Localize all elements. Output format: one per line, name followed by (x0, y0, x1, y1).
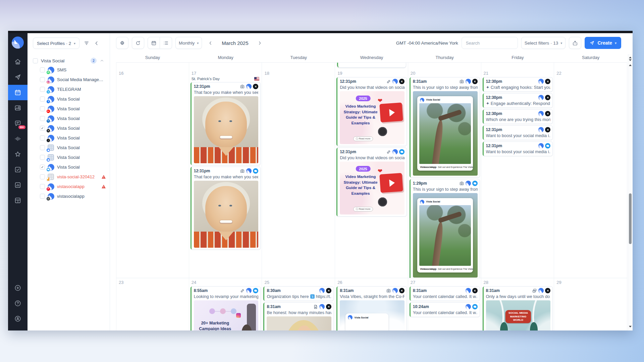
profile-row[interactable]: ▟ vista-social-320412 ! (28, 172, 110, 182)
day-cell[interactable] (408, 63, 481, 69)
profile-checkbox[interactable] (40, 116, 45, 121)
profile-row[interactable]: in Vista Social (28, 114, 110, 123)
profile-row[interactable]: @ vistasocialapp (28, 191, 110, 201)
select-filters-dropdown[interactable]: Select filters · 13 ▾ (521, 37, 566, 49)
scroll-up-icon[interactable] (629, 55, 632, 58)
event-card[interactable]: 12:31pm That face you make when you see… (191, 167, 261, 249)
event-card[interactable]: 12:31pm ✕ Want to boost your social medi… (483, 126, 553, 140)
vertical-scrollbar[interactable] (628, 54, 632, 330)
profile-row[interactable]: ♪ Vista Social (28, 133, 110, 143)
day-cell-22[interactable]: 22 (554, 69, 627, 278)
profile-checkbox[interactable] (40, 194, 45, 199)
nav-item-tasks[interactable] (8, 162, 28, 177)
view-mode-dropdown[interactable]: Monthly ▾ (175, 37, 202, 49)
profiles-filter-icon[interactable] (84, 40, 90, 46)
event-card[interactable]: 12:31pm Did you know that videos on soci… (336, 148, 407, 216)
event-card[interactable]: 12:31pm ✕ That face you make when you se… (191, 82, 261, 165)
event-card[interactable]: 12:30pm ✕ Which one are you trying this … (483, 110, 553, 124)
profile-checkbox[interactable] (40, 77, 45, 82)
list-view-button[interactable] (160, 37, 172, 49)
search-input[interactable] (462, 37, 518, 49)
profile-row[interactable]: ▦ Vista Social (28, 143, 110, 153)
day-cell-29[interactable]: 29 (554, 278, 627, 330)
event-card[interactable]: 12:31pm Want to boost your social media … (483, 142, 553, 156)
profile-checkbox[interactable] (40, 184, 45, 189)
vista-social-logo[interactable] (12, 37, 24, 49)
nav-item-plus[interactable] (8, 280, 28, 296)
nav-item-account[interactable] (8, 311, 28, 326)
nav-item-layout[interactable] (8, 193, 28, 208)
day-cell[interactable] (554, 63, 627, 69)
scrollbar-thumb[interactable] (629, 193, 632, 244)
event-card[interactable]: 8:55am Looking to revamp your marketing…… (191, 287, 261, 330)
day-cell-24[interactable]: 24 8:55am Looking to revamp your marketi… (189, 278, 262, 330)
create-button[interactable]: Create ▾ (585, 37, 621, 49)
profile-row[interactable]: Social Media Managem... (28, 75, 110, 84)
scroll-down-icon[interactable] (629, 59, 632, 62)
nav-item-waveform[interactable] (8, 131, 28, 146)
prev-month-button[interactable] (208, 41, 213, 46)
day-cell[interactable] (335, 63, 408, 69)
day-cell-16[interactable]: 16 (116, 69, 189, 278)
day-cell-21[interactable]: 21 12:30pm ✕ ✦ Craft engaging hooks: Sta… (481, 69, 554, 278)
profile-checkbox[interactable] (40, 97, 45, 102)
event-card[interactable]: 12:30pm ✕ ✦ Engage authentically: Respon… (483, 94, 553, 108)
day-cell-23[interactable]: 23 (116, 278, 189, 330)
group-checkbox[interactable] (33, 58, 38, 63)
nav-item-send[interactable] (8, 69, 28, 85)
day-cell-27[interactable]: 27 8:31am ✕ Your content calendar called… (408, 278, 481, 330)
nav-item-help[interactable] (8, 296, 28, 311)
profile-checkbox[interactable]: ✓ (40, 165, 45, 170)
partial-event-card[interactable] (337, 63, 406, 67)
settings-button[interactable] (116, 37, 128, 49)
select-profiles-dropdown[interactable]: Select Profiles · 2 ▾ (33, 38, 79, 49)
nav-item-image[interactable] (8, 100, 28, 116)
export-button[interactable] (569, 37, 581, 49)
day-cell[interactable] (116, 63, 189, 69)
event-card[interactable]: 8:31am ✕ Only a few days until we touch … (483, 287, 553, 330)
day-cell-17[interactable]: 17 St. Patrick's Day 12:31pm ✕ That face… (189, 69, 262, 278)
event-card[interactable]: 1:29pm This is your sign to step away fr… (410, 179, 480, 278)
profile-checkbox[interactable] (40, 67, 45, 72)
profile-checkbox[interactable] (40, 135, 45, 140)
profile-row[interactable]: P vistasocialapp ! (28, 182, 110, 191)
day-cell-25[interactable]: 25 8:30am ✕ Organization tips here↴https… (262, 278, 335, 330)
day-cell[interactable] (189, 63, 262, 69)
profile-row[interactable]: ▶ Vista Social (28, 104, 110, 114)
nav-item-home[interactable] (8, 54, 28, 69)
event-card[interactable]: 8:31am ✕ Vista Vibes, straight from the … (336, 287, 407, 330)
profile-row[interactable]: ✓ ✕ Vista Social (28, 123, 110, 133)
profile-checkbox[interactable] (40, 145, 45, 150)
scroll-up-icon[interactable] (629, 63, 632, 66)
profile-row[interactable]: ➤ TELEGRAM (28, 84, 110, 94)
nav-item-calendar[interactable] (8, 85, 28, 100)
profile-row[interactable]: ✓ Vista Social (28, 162, 110, 172)
nav-item-star[interactable] (8, 146, 28, 162)
nav-item-comments[interactable]: 99+ (8, 116, 28, 131)
day-cell-20[interactable]: 20 8:31am ✕ This is your sign to step aw… (408, 69, 481, 278)
day-cell-26[interactable]: 26 8:31am ✕ Vista Vibes, straight from t… (335, 278, 408, 330)
event-card[interactable]: 8:31am ✕ Your content calendar called. I… (410, 287, 480, 301)
event-card[interactable]: 12:31pm ✕ Did you know that videos on so… (336, 77, 407, 146)
collapse-panel-icon[interactable] (94, 40, 100, 46)
next-month-button[interactable] (257, 41, 262, 46)
calendar-view-button[interactable] (148, 37, 160, 49)
profile-group-header[interactable]: Vista Social 2 (28, 56, 110, 65)
profile-checkbox[interactable] (40, 155, 45, 160)
day-cell[interactable] (481, 63, 554, 69)
day-cell-18[interactable]: 18 (262, 69, 335, 278)
profile-checkbox[interactable]: ✓ (40, 126, 45, 131)
profile-checkbox[interactable] (40, 174, 45, 179)
profile-checkbox[interactable] (40, 106, 45, 111)
event-card[interactable]: 10:24am Your content calendar called. It… (410, 303, 480, 317)
refresh-button[interactable] (132, 37, 144, 49)
chevron-up-icon[interactable] (100, 58, 104, 63)
day-cell-28[interactable]: 28 8:31am ✕ Only a few days until we tou… (481, 278, 554, 330)
nav-item-chart[interactable] (8, 177, 28, 193)
day-cell-19[interactable]: 19 12:31pm ✕ Did you know that videos on… (335, 69, 408, 278)
event-card[interactable]: 8:30am ✕ Organization tips here↴https://… (263, 287, 333, 301)
scrollbar-track[interactable] (628, 66, 632, 326)
event-card[interactable]: 12:30pm ✕ ✦ Craft engaging hooks: Start … (483, 77, 553, 92)
profile-row[interactable]: ▦ Vista Social (28, 153, 110, 162)
profile-row[interactable]: ✆ SMS (28, 65, 110, 75)
